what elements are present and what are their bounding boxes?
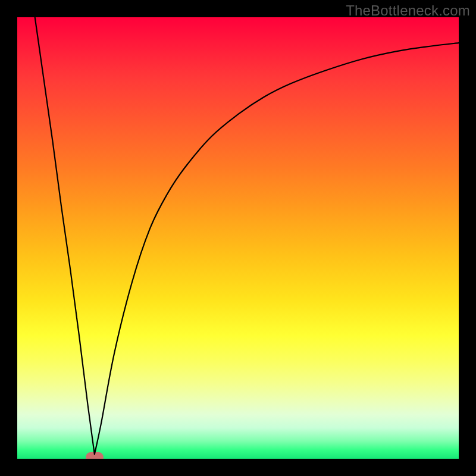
watermark-text: TheBottleneck.com (346, 2, 470, 19)
chart-frame: TheBottleneck.com (0, 0, 476, 476)
plot-area (17, 17, 459, 459)
bottleneck-curve (17, 17, 459, 459)
